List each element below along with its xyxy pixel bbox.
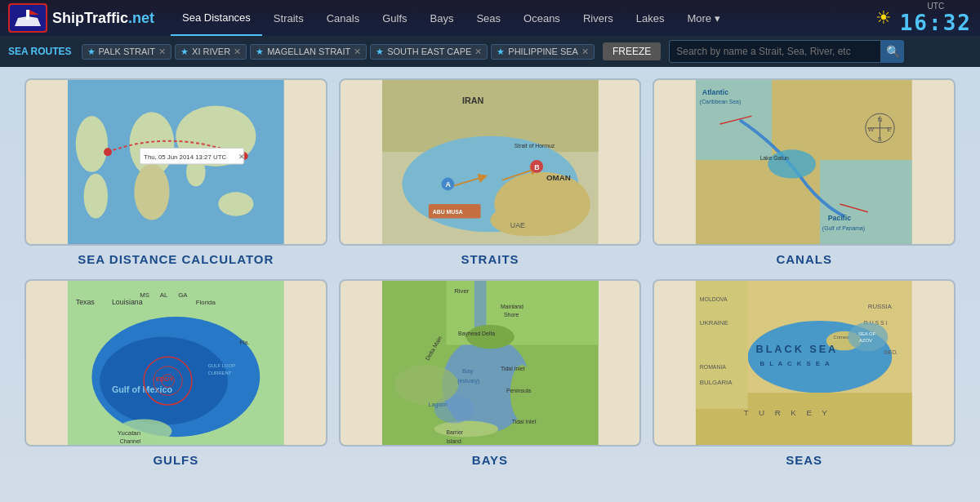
svg-text:Channel: Channel: [120, 438, 141, 444]
star-icon: ★: [87, 47, 96, 57]
svg-text:Thu, 05 Jun 2014 13:27 UTC: Thu, 05 Jun 2014 13:27 UTC: [144, 153, 226, 161]
svg-text:Louisiana: Louisiana: [112, 298, 143, 306]
svg-text:ABU MUSA: ABU MUSA: [432, 209, 462, 215]
svg-text:MS: MS: [140, 291, 149, 298]
svg-point-7: [134, 164, 169, 220]
card-label-gulfs: GULFS: [153, 453, 198, 467]
svg-text:Gulf of Mexico: Gulf of Mexico: [112, 384, 173, 394]
sea-routes-bar: SEA ROUTES ★ PALK STRAIT ✕ ★ XI RIVER ✕ …: [0, 36, 980, 67]
svg-text:Lagoon: Lagoon: [428, 401, 447, 407]
card-image-bays: River Mainland Shore Bayhead Delta Bay (…: [339, 279, 642, 446]
close-philippine-icon[interactable]: ✕: [581, 47, 589, 57]
svg-text:AZOV: AZOV: [859, 337, 872, 342]
svg-point-76: [434, 420, 497, 437]
svg-text:Texas: Texas: [76, 298, 96, 306]
svg-rect-3: [26, 10, 29, 20]
logo-area: ShipTraffic.net: [8, 3, 154, 33]
card-straits[interactable]: IRAN OMAN UAE Strait of Hormuz ABU MUSA …: [339, 78, 642, 268]
svg-text:EDDY: EDDY: [156, 375, 175, 382]
svg-text:RUSSIA: RUSSIA: [868, 303, 893, 310]
svg-text:Florida: Florida: [196, 299, 216, 306]
route-sec-name: SOUTH EAST CAPE: [387, 47, 471, 56]
star-icon: ★: [376, 47, 384, 57]
sea-distance-map: Thu, 05 Jun 2014 13:27 UTC ✕: [26, 80, 326, 244]
search-button[interactable]: 🔍: [881, 40, 904, 63]
svg-text:✕: ✕: [238, 153, 245, 161]
card-image-canals: Atlantic (Caribbean Sea) Pacific (Gulf o…: [653, 78, 956, 246]
close-xi-icon[interactable]: ✕: [234, 47, 241, 57]
card-sea-distance[interactable]: Thu, 05 Jun 2014 13:27 UTC ✕ SEA DISTANC…: [24, 78, 327, 268]
route-tag-palk[interactable]: ★ PALK STRAIT ✕: [82, 44, 172, 60]
card-gulfs[interactable]: Texas MS AL GA Florida Louisiana Gulf of…: [24, 279, 327, 469]
svg-text:Tidal Inlet: Tidal Inlet: [511, 418, 536, 424]
nav-oceans[interactable]: Oceans: [512, 0, 572, 36]
svg-text:Peninsula: Peninsula: [506, 388, 531, 393]
svg-point-12: [218, 192, 253, 215]
route-philippine-name: PHILIPPINE SEA: [508, 47, 578, 56]
svg-point-78: [394, 364, 457, 404]
svg-rect-73: [474, 281, 486, 329]
svg-text:Fla.: Fla.: [240, 340, 250, 345]
navbar: ShipTraffic.net Sea Distances Straits Ca…: [0, 0, 980, 36]
route-tag-xi[interactable]: ★ XI RIVER ✕: [175, 44, 247, 60]
nav-canals[interactable]: Canals: [315, 0, 371, 36]
canals-map: Atlantic (Caribbean Sea) Pacific (Gulf o…: [654, 80, 954, 244]
svg-text:GEO.: GEO.: [884, 349, 898, 355]
nav-seas[interactable]: Seas: [465, 0, 512, 36]
card-canals[interactable]: Atlantic (Caribbean Sea) Pacific (Gulf o…: [653, 78, 956, 268]
card-label-seas: SEAS: [786, 453, 822, 467]
svg-text:(Gulf of Panama): (Gulf of Panama): [822, 225, 865, 232]
nav-sea-distances[interactable]: Sea Distances: [171, 0, 262, 36]
svg-text:W: W: [868, 126, 875, 133]
close-magellan-icon[interactable]: ✕: [354, 47, 361, 57]
nav-gulfs[interactable]: Gulfs: [371, 0, 418, 36]
freeze-button[interactable]: FREEZE: [603, 42, 661, 60]
card-bays[interactable]: River Mainland Shore Bayhead Delta Bay (…: [339, 279, 642, 469]
svg-point-13: [104, 148, 112, 156]
svg-text:Atlantic: Atlantic: [702, 88, 728, 96]
svg-text:GA: GA: [178, 291, 188, 298]
svg-text:GULF LOOP: GULF LOOP: [208, 362, 236, 367]
svg-text:OMAN: OMAN: [546, 173, 571, 182]
svg-point-9: [76, 116, 108, 172]
bays-map: River Mainland Shore Bayhead Delta Bay (…: [341, 281, 640, 445]
nav-lakes[interactable]: Lakes: [625, 0, 676, 36]
svg-text:Pacific: Pacific: [828, 214, 852, 222]
clock-area: UTC 16:32: [900, 2, 972, 35]
svg-text:CURRENT: CURRENT: [208, 370, 232, 375]
svg-text:A: A: [445, 180, 451, 189]
card-label-bays: BAYS: [472, 453, 508, 467]
gulfs-map: Texas MS AL GA Florida Louisiana Gulf of…: [26, 281, 326, 445]
svg-point-10: [84, 174, 108, 219]
main-content: Thu, 05 Jun 2014 13:27 UTC ✕ SEA DISTANC…: [0, 67, 980, 479]
route-xi-name: XI RIVER: [192, 47, 230, 56]
nav-more[interactable]: More ▾: [675, 0, 731, 36]
svg-text:Bay: Bay: [462, 367, 474, 374]
card-seas[interactable]: MOLDOVA UKRAINE RUSSIA R U S S I ROMANIA…: [653, 279, 956, 469]
logo-icon: [8, 3, 47, 33]
route-tag-philippine[interactable]: ★ PHILIPPINE SEA ✕: [491, 44, 595, 60]
star-icon: ★: [180, 47, 189, 57]
svg-text:Crimea: Crimea: [834, 334, 850, 339]
svg-text:BLACK SEA: BLACK SEA: [756, 343, 839, 355]
card-label-canals: CANALS: [776, 252, 832, 266]
route-tag-sec[interactable]: ★ SOUTH EAST CAPE ✕: [370, 44, 488, 60]
nav-straits[interactable]: Straits: [262, 0, 315, 36]
search-input[interactable]: [669, 40, 881, 63]
svg-text:(Caribbean Sea): (Caribbean Sea): [700, 99, 741, 105]
close-sec-icon[interactable]: ✕: [474, 47, 482, 57]
star-icon: ★: [497, 47, 505, 57]
nav-rivers[interactable]: Rivers: [572, 0, 625, 36]
route-tag-magellan[interactable]: ★ MAGELLAN STRAIT ✕: [250, 44, 367, 60]
nav-bays[interactable]: Bays: [419, 0, 466, 36]
nav-right: ☀ UTC 16:32: [875, 2, 972, 35]
close-palk-icon[interactable]: ✕: [158, 47, 166, 57]
svg-text:B L A C K  S E A: B L A C K S E A: [760, 359, 831, 367]
svg-text:T U R K E Y: T U R K E Y: [744, 407, 831, 416]
svg-text:ROMANIA: ROMANIA: [700, 363, 726, 369]
straits-map: IRAN OMAN UAE Strait of Hormuz ABU MUSA …: [341, 80, 640, 244]
logo-text: ShipTraffic.net: [52, 10, 154, 27]
svg-text:SEA OF: SEA OF: [858, 331, 876, 335]
svg-point-37: [768, 149, 817, 178]
sea-routes-label: SEA ROUTES: [8, 46, 72, 57]
